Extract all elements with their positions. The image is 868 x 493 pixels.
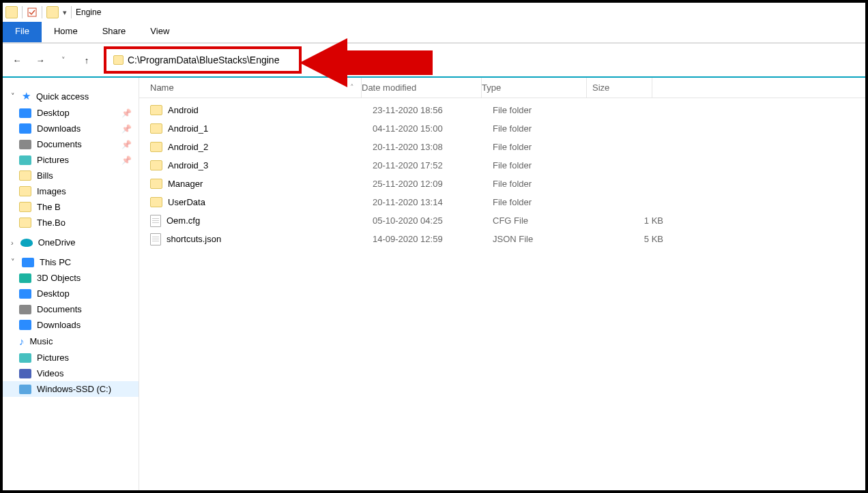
divider — [22, 6, 23, 18]
sidebar-item[interactable]: Downloads — [3, 317, 139, 333]
file-row[interactable]: Android23-11-2020 18:56File folder — [139, 101, 865, 119]
sidebar-item-label: The.Bo — [37, 218, 66, 228]
file-row[interactable]: Manager25-11-2020 12:09File folder — [139, 175, 865, 193]
tab-share[interactable]: Share — [90, 22, 139, 42]
file-type: File folder — [493, 123, 598, 134]
sidebar-item-label: Music — [30, 336, 53, 346]
pin-icon: 📌 — [121, 124, 132, 134]
download-icon — [19, 123, 31, 134]
address-input[interactable] — [128, 55, 292, 65]
folder-icon — [150, 142, 162, 152]
sidebar-item[interactable]: Documents📌 — [3, 136, 139, 152]
sidebar-item-label: The B — [37, 202, 61, 212]
sidebar-item[interactable]: Images — [3, 183, 139, 199]
file-date: 20-11-2020 13:08 — [373, 142, 493, 152]
divider — [71, 6, 72, 18]
pic-icon — [19, 353, 31, 363]
column-headers: Name˄ Date modified Type Size — [139, 78, 865, 98]
file-name: shortcuts.json — [167, 234, 221, 244]
sidebar-item[interactable]: Pictures📌 — [3, 152, 139, 168]
3d-icon — [19, 273, 31, 283]
sidebar-label: OneDrive — [38, 237, 76, 248]
sidebar-item-label: Bills — [37, 170, 53, 181]
tab-view[interactable]: View — [138, 22, 182, 42]
header-size[interactable]: Size — [587, 78, 652, 98]
file-name: Manager — [168, 179, 203, 189]
file-name: Android_2 — [168, 142, 208, 152]
file-date: 20-11-2020 17:52 — [373, 160, 493, 170]
file-type: File folder — [493, 179, 598, 189]
file-date: 14-09-2020 12:59 — [373, 234, 493, 244]
desktop-icon — [19, 108, 31, 118]
drive-icon — [19, 385, 31, 394]
file-row[interactable]: Android_220-11-2020 13:08File folder — [139, 138, 865, 156]
file-row[interactable]: Android_104-11-2020 15:00File folder — [139, 119, 865, 138]
qat-folder-icon[interactable] — [5, 6, 18, 18]
chevron-down-icon: ˅ — [11, 258, 15, 267]
sort-asc-icon: ˄ — [350, 83, 354, 92]
file-icon — [150, 233, 161, 245]
sidebar-onedrive[interactable]: › OneDrive — [3, 235, 139, 250]
sidebar-label: Quick access — [36, 91, 89, 102]
navigation-pane: ˅ ★ Quick access Desktop📌Downloads📌Docum… — [3, 78, 139, 490]
sidebar-item[interactable]: Bills — [3, 168, 139, 183]
file-size: 5 KB — [598, 234, 663, 244]
file-date: 04-11-2020 15:00 — [373, 123, 493, 134]
folder-icon — [150, 105, 162, 115]
pin-icon: 📌 — [121, 140, 132, 149]
sidebar-item-label: Documents — [37, 139, 82, 149]
qat-newfolder-icon[interactable] — [46, 6, 59, 18]
file-name: Android_1 — [168, 123, 208, 134]
sidebar-item[interactable]: Desktop — [3, 286, 139, 301]
sidebar-item[interactable]: Downloads📌 — [3, 121, 139, 136]
file-row[interactable]: Android_320-11-2020 17:52File folder — [139, 156, 865, 175]
sidebar-item[interactable]: Pictures — [3, 350, 139, 365]
video-icon — [19, 369, 31, 378]
header-type[interactable]: Type — [482, 78, 587, 98]
sidebar-item[interactable]: Desktop📌 — [3, 105, 139, 121]
file-icon — [150, 215, 161, 227]
sidebar-item[interactable]: The B — [3, 199, 139, 215]
sidebar-item[interactable]: The.Bo — [3, 215, 139, 230]
file-date: 05-10-2020 04:25 — [373, 215, 493, 226]
file-row[interactable]: UserData20-11-2020 13:14File folder — [139, 193, 865, 211]
header-name[interactable]: Name˄ — [139, 78, 362, 98]
folder-icon — [19, 170, 31, 181]
navigation-bar: ← → ˅ ↑ — [3, 44, 865, 76]
file-row[interactable]: Oem.cfg05-10-2020 04:25CFG File1 KB — [139, 211, 865, 230]
sidebar-quick-access[interactable]: ˅ ★ Quick access — [3, 87, 139, 105]
header-date[interactable]: Date modified — [362, 78, 482, 98]
sidebar-item-label: Downloads — [37, 123, 81, 134]
nav-recent-dropdown[interactable]: ˅ — [57, 56, 70, 65]
nav-back-button[interactable]: ← — [11, 55, 23, 65]
file-name: UserData — [168, 197, 205, 207]
nav-forward-button[interactable]: → — [34, 55, 46, 65]
music-icon: ♪ — [19, 335, 25, 347]
file-type: File folder — [493, 197, 598, 207]
sidebar-this-pc[interactable]: ˅ This PC — [3, 254, 139, 270]
tab-file[interactable]: File — [3, 22, 42, 42]
folder-icon — [150, 197, 162, 207]
folder-icon — [150, 179, 162, 189]
cloud-icon — [20, 239, 33, 247]
folder-icon — [150, 160, 162, 170]
nav-up-button[interactable]: ↑ — [81, 55, 93, 65]
sidebar-item[interactable]: ♪Music — [3, 333, 139, 350]
desktop-icon — [19, 289, 31, 299]
chevron-down-icon: ˅ — [11, 92, 15, 101]
sidebar-item[interactable]: 3D Objects — [3, 270, 139, 286]
sidebar-item-label: Downloads — [37, 320, 81, 330]
file-type: File folder — [493, 142, 598, 152]
sidebar-item[interactable]: Windows-SSD (C:) — [3, 381, 139, 397]
file-row[interactable]: shortcuts.json14-09-2020 12:59JSON File5… — [139, 230, 865, 248]
qat-properties-icon[interactable] — [27, 7, 38, 18]
file-name: Android — [168, 105, 199, 115]
qat-customize-icon[interactable]: ▾ — [63, 8, 67, 17]
address-bar[interactable] — [104, 46, 302, 74]
tab-home[interactable]: Home — [42, 22, 90, 42]
sidebar-item[interactable]: Videos — [3, 365, 139, 381]
folder-icon — [19, 218, 31, 228]
sidebar-item-label: Pictures — [37, 155, 69, 165]
sidebar-item[interactable]: Documents — [3, 301, 139, 317]
folder-icon — [19, 186, 31, 196]
